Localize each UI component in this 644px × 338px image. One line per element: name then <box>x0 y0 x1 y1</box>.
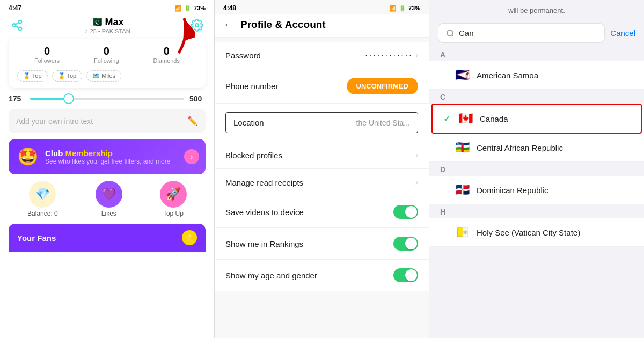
blocked-profiles-item[interactable]: Blocked profiles › <box>215 142 429 169</box>
country-list-d: 🇩🇴 Dominican Republic <box>429 176 644 204</box>
search-value: Can <box>459 28 474 38</box>
show-age-gender-label: Show my age and gender <box>225 271 317 280</box>
following-stat[interactable]: 0 Following <box>94 45 119 64</box>
signal-icon-2: 📶 <box>389 5 397 12</box>
blocked-chevron: › <box>415 150 418 160</box>
read-receipts-label: Manage read receipts <box>225 178 303 187</box>
battery-percent-1: 73% <box>194 5 206 11</box>
show-age-gender-item: Show my age and gender <box>215 260 429 291</box>
fans-label: Your Fans <box>17 233 56 243</box>
slider-min-val: 175 <box>9 94 25 103</box>
time-2: 4:48 <box>223 4 236 12</box>
name-car: Central African Republic <box>477 143 563 152</box>
battery-icon-2: 🔋 <box>399 5 406 12</box>
likes-action[interactable]: 💜 Likes <box>96 181 122 217</box>
profile-username: 🇵🇰 Max <box>26 16 188 28</box>
password-item[interactable]: Password ············ › <box>215 42 429 69</box>
signal-icon: 📶 <box>174 5 182 12</box>
save-videos-toggle[interactable] <box>393 205 418 219</box>
country-panel: will be permanent. Can Cancel A 🇦🇸 Ameri… <box>429 0 644 338</box>
topup-label: Top Up <box>160 210 187 217</box>
location-box[interactable]: Location the United Sta... <box>225 112 418 133</box>
flag-american-samoa: 🇦🇸 <box>455 68 470 82</box>
read-receipts-item[interactable]: Manage read receipts › <box>215 169 429 196</box>
status-icons-2: 📶 🔋 73% <box>389 5 420 12</box>
badge-top-2[interactable]: 🏅 Top <box>52 70 83 82</box>
settings-button[interactable] <box>188 17 206 34</box>
location-value: the United Sta... <box>356 119 410 127</box>
show-rankings-item: Show me in Rankings <box>215 228 429 260</box>
slider-section: 175 500 <box>9 94 206 103</box>
phone-label: Phone number <box>225 82 278 91</box>
save-videos-label: Save videos to device <box>225 208 304 217</box>
share-button[interactable] <box>9 17 26 34</box>
quick-actions: 💎 Balance: 0 💜 Likes 🚀 Top Up <box>9 181 206 217</box>
password-dots: ············ <box>365 50 413 60</box>
slider-thumb[interactable] <box>63 93 74 104</box>
country-central-african-republic[interactable]: 🇨🇫 Central African Republic <box>429 134 644 162</box>
svg-line-8 <box>452 35 453 36</box>
balance-action[interactable]: 💎 Balance: 0 <box>27 181 58 217</box>
blocked-profiles-label: Blocked profiles <box>225 151 282 160</box>
settings-panel: 4:48 📶 🔋 73% ← Profile & Account Passwor… <box>215 0 429 338</box>
status-bar-2: 4:48 📶 🔋 73% <box>215 0 429 14</box>
country-american-samoa[interactable]: 🇦🇸 American Samoa <box>429 61 644 90</box>
balance-icon: 💎 <box>29 181 56 208</box>
status-icons-1: 📶 🔋 73% <box>174 5 206 12</box>
password-chevron: › <box>415 50 418 60</box>
name-american-samoa: American Samoa <box>477 71 538 80</box>
country-list-h: 🇻🇦 Holy See (Vatican City State) <box>429 218 644 247</box>
profile-name-section: 🇵🇰 Max ♂ 25 • PAKISTAN <box>26 16 188 34</box>
search-box[interactable]: Can <box>438 23 605 43</box>
location-item[interactable]: Location the United Sta... <box>215 104 429 142</box>
likes-icon: 💜 <box>96 181 122 208</box>
status-bar-1: 4:47 📶 🔋 73% <box>0 0 214 14</box>
club-arrow-btn[interactable]: › <box>184 149 199 164</box>
stats-card: 0 Followers 0 Following 0 Diamonds 🏅 Top… <box>9 39 206 88</box>
svg-line-3 <box>16 26 19 28</box>
country-sections: A 🇦🇸 American Samoa C ✓ 🇨🇦 Canada 🇨🇫 Cen… <box>429 47 644 247</box>
badges-row: 🏅 Top 🏅 Top 🗺️ Miles <box>17 70 197 82</box>
slider-track[interactable] <box>30 98 184 100</box>
club-title: Club Membership <box>45 149 170 158</box>
edit-icon[interactable]: ✏️ <box>187 116 198 126</box>
settings-header: ← Profile & Account <box>215 14 429 38</box>
flag-holy-see: 🇻🇦 <box>455 225 470 239</box>
svg-point-0 <box>19 20 22 24</box>
topup-action[interactable]: 🚀 Top Up <box>160 181 187 217</box>
country-dominican-republic[interactable]: 🇩🇴 Dominican Republic <box>429 176 644 204</box>
profile-panel: 4:47 📶 🔋 73% 🇵🇰 Max ♂ 25 • PAKISTAN <box>0 0 215 338</box>
diamonds-stat[interactable]: 0 Diamonds <box>153 45 180 64</box>
badge-top-1[interactable]: 🏅 Top <box>17 70 48 82</box>
followers-stat[interactable]: 0 Followers <box>34 45 60 64</box>
club-banner[interactable]: 🤩 Club Membership See who likes you, get… <box>9 139 206 174</box>
country-holy-see[interactable]: 🇻🇦 Holy See (Vatican City State) <box>429 218 644 247</box>
svg-point-1 <box>13 24 16 27</box>
check-canada: ✓ <box>443 114 452 124</box>
read-receipts-chevron: › <box>415 178 418 187</box>
club-description: See who likes you, get free filters, and… <box>45 158 170 165</box>
flag: 🇵🇰 <box>90 17 102 27</box>
location-label: Location <box>233 118 264 127</box>
name-canada: Canada <box>480 114 508 123</box>
show-rankings-toggle[interactable] <box>393 237 418 251</box>
intro-box[interactable]: Add your own intro text ✏️ <box>9 109 206 133</box>
unconfirmed-button[interactable]: UNCONFIRMED <box>347 78 419 94</box>
cancel-button[interactable]: Cancel <box>610 28 635 38</box>
settings-list: Password ············ › Phone number UNC… <box>215 42 429 291</box>
show-age-gender-toggle[interactable] <box>393 268 418 282</box>
country-canada[interactable]: ✓ 🇨🇦 Canada <box>431 104 642 134</box>
stats-row: 0 Followers 0 Following 0 Diamonds <box>17 45 197 64</box>
svg-point-7 <box>447 30 453 36</box>
search-icon <box>446 29 455 38</box>
password-value: ············ › <box>365 50 418 60</box>
your-fans-section[interactable]: Your Fans ⭐ <box>9 224 206 252</box>
intro-text: Add your own intro text <box>16 117 93 126</box>
badge-miles[interactable]: 🗺️ Miles <box>86 70 121 82</box>
fans-icon: ⭐ <box>182 230 197 245</box>
settings-title: Profile & Account <box>240 19 326 31</box>
section-c: C <box>429 90 644 104</box>
phone-item: Phone number UNCONFIRMED <box>215 69 429 104</box>
back-button[interactable]: ← <box>223 18 234 31</box>
svg-line-4 <box>16 23 19 25</box>
